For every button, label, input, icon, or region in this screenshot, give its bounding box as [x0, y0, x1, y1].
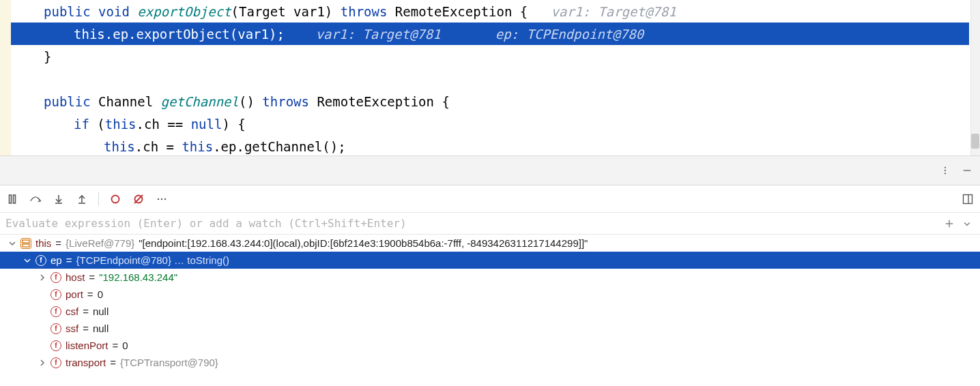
- chevron-placeholder: [38, 308, 46, 316]
- field-icon: f: [51, 323, 61, 334]
- code-line[interactable]: public Channel getChannel() throws Remot…: [11, 90, 969, 113]
- this-icon: [20, 238, 31, 249]
- svg-rect-20: [23, 240, 29, 243]
- editor-gutter: [0, 0, 11, 155]
- svg-rect-16: [964, 194, 972, 203]
- equals-text: =: [66, 254, 72, 266]
- minimize-icon[interactable]: [960, 163, 975, 178]
- code-line[interactable]: }: [11, 45, 969, 68]
- variable-value: 0: [98, 288, 103, 300]
- layout-settings-icon[interactable]: [961, 192, 975, 206]
- inline-hint: var1: Target@781: [528, 4, 676, 19]
- equals-text: =: [113, 340, 119, 351]
- variable-row[interactable]: f transport = {TCPTransport@790}: [0, 354, 980, 371]
- view-breakpoints-icon[interactable]: [109, 192, 122, 206]
- inline-hint: var1: Target@781 ep: TCPEndpoint@780: [285, 27, 644, 42]
- svg-point-14: [161, 198, 162, 199]
- variable-name: ssf: [66, 323, 78, 334]
- field-icon: f: [51, 289, 61, 300]
- svg-rect-21: [23, 244, 29, 247]
- equals-text: =: [110, 357, 116, 368]
- variables-tree[interactable]: this = {LiveRef@779} "[endpoint:[192.168…: [0, 235, 980, 386]
- svg-point-1: [945, 170, 946, 171]
- variable-name: port: [66, 288, 83, 300]
- variable-value: "[endpoint:[192.168.43.244:0](local),obj…: [139, 237, 588, 249]
- field-icon: f: [51, 340, 61, 351]
- field-icon: f: [51, 306, 61, 317]
- more-horizontal-icon[interactable]: [155, 192, 169, 206]
- equals-text: =: [83, 323, 89, 334]
- chevron-placeholder: [38, 291, 46, 299]
- execution-point-marker: [0, 23, 11, 45]
- more-vertical-icon[interactable]: [938, 163, 953, 178]
- equals-text: =: [55, 237, 61, 249]
- variable-row[interactable]: f host = "192.168.43.244": [0, 269, 980, 286]
- code-line[interactable]: [11, 68, 969, 90]
- editor-scrollbar[interactable]: [970, 0, 980, 155]
- code-line[interactable]: public void exportObject(Target var1) th…: [11, 0, 969, 23]
- svg-point-15: [164, 198, 166, 199]
- evaluate-expression-row: [0, 213, 980, 235]
- variable-value: null: [93, 323, 109, 334]
- field-icon: f: [35, 255, 46, 266]
- field-icon: f: [51, 272, 61, 283]
- expand-chevron-icon[interactable]: [960, 216, 975, 231]
- variable-value: 0: [122, 340, 128, 351]
- variable-name: transport: [66, 357, 106, 368]
- svg-point-2: [945, 173, 946, 174]
- variable-row[interactable]: f csf = null: [0, 303, 980, 320]
- variable-name: ep: [51, 254, 62, 266]
- chevron-down-icon[interactable]: [8, 239, 16, 248]
- equals-text: =: [89, 271, 95, 283]
- variable-row[interactable]: f port = 0: [0, 286, 980, 303]
- toolbar-separator: [98, 192, 99, 206]
- variable-type-value: {TCPTransport@790}: [120, 357, 218, 368]
- variable-row[interactable]: f listenPort = 0: [0, 337, 980, 354]
- svg-point-13: [158, 198, 159, 199]
- equals-text: =: [87, 288, 93, 300]
- code-editor[interactable]: public void exportObject(Target var1) th…: [0, 0, 980, 155]
- field-icon: f: [51, 357, 61, 368]
- code-line[interactable]: this.ep.exportObject(var1); var1: Target…: [11, 23, 969, 45]
- step-out-icon[interactable]: [75, 192, 89, 206]
- svg-rect-3: [964, 170, 971, 170]
- code-line[interactable]: this.ch = this.ep.getChannel();: [11, 135, 969, 155]
- code-line[interactable]: if (this.ch == null) {: [11, 113, 969, 135]
- variable-name: this: [35, 237, 51, 249]
- equals-text: =: [83, 306, 89, 317]
- variable-name: csf: [66, 306, 78, 317]
- evaluate-expression-input[interactable]: [5, 217, 939, 230]
- variable-name: listenPort: [66, 340, 109, 351]
- svg-point-0: [945, 166, 946, 168]
- variable-type-value: {TCPEndpoint@780} … toString(): [76, 254, 229, 266]
- variable-row[interactable]: f ssf = null: [0, 320, 980, 337]
- variable-value: null: [93, 306, 109, 317]
- mute-breakpoints-icon[interactable]: [132, 192, 145, 206]
- step-into-icon[interactable]: [52, 192, 66, 206]
- chevron-right-icon[interactable]: [38, 359, 46, 367]
- scrollbar-thumb[interactable]: [971, 134, 979, 149]
- variable-row[interactable]: f ep = {TCPEndpoint@780} … toString(): [0, 252, 980, 269]
- add-watch-icon[interactable]: [942, 216, 957, 231]
- chevron-placeholder: [38, 325, 46, 333]
- svg-rect-4: [10, 195, 12, 203]
- variable-string-value: "192.168.43.244": [99, 271, 177, 283]
- chevron-placeholder: [38, 342, 46, 350]
- chevron-right-icon[interactable]: [38, 273, 46, 282]
- svg-rect-5: [14, 195, 16, 203]
- debugger-toolbar: [0, 185, 980, 213]
- variable-type-value: {LiveRef@779}: [66, 237, 134, 249]
- variable-name: host: [66, 271, 85, 283]
- variable-row[interactable]: this = {LiveRef@779} "[endpoint:[192.168…: [0, 235, 980, 252]
- step-over-icon[interactable]: [29, 192, 42, 206]
- debug-panel-header: [0, 155, 980, 185]
- chevron-down-icon[interactable]: [23, 256, 31, 265]
- svg-point-10: [112, 195, 119, 203]
- pause-icon[interactable]: [5, 192, 19, 206]
